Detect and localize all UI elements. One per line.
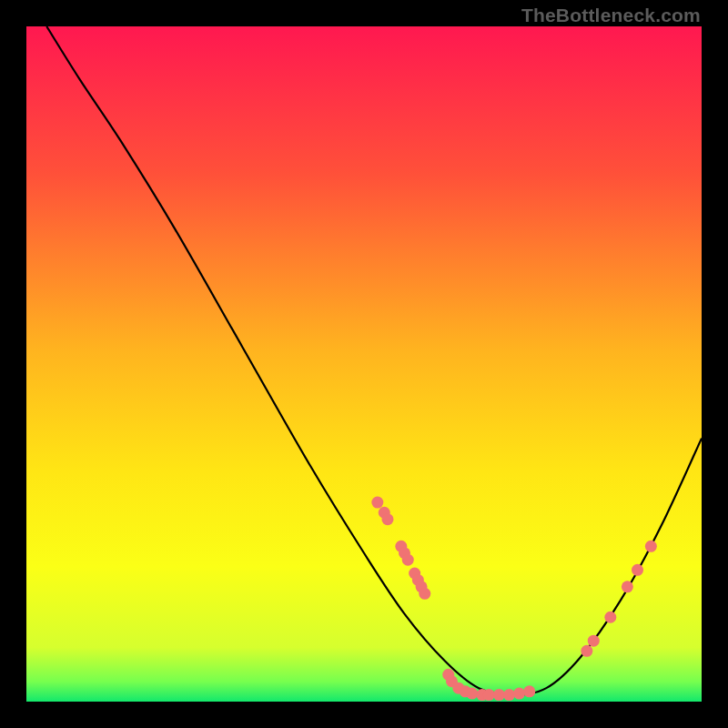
data-point (604, 612, 616, 623)
data-point (371, 497, 383, 509)
data-point (523, 685, 535, 697)
data-point (381, 513, 393, 525)
data-point (493, 689, 505, 701)
data-point (632, 564, 643, 576)
gradient-background (26, 26, 702, 702)
chart-svg (26, 26, 702, 702)
data-point (513, 688, 525, 700)
data-point (483, 689, 495, 701)
chart-container: TheBottleneck.com (0, 0, 728, 728)
data-point (622, 581, 633, 592)
data-point (419, 588, 430, 600)
data-point (588, 635, 600, 647)
plot-area (26, 26, 702, 702)
data-point (645, 541, 657, 552)
data-point (402, 554, 414, 566)
data-point (466, 688, 478, 700)
watermark-text: TheBottleneck.com (521, 5, 701, 26)
data-point (503, 689, 515, 701)
data-point (581, 645, 592, 657)
